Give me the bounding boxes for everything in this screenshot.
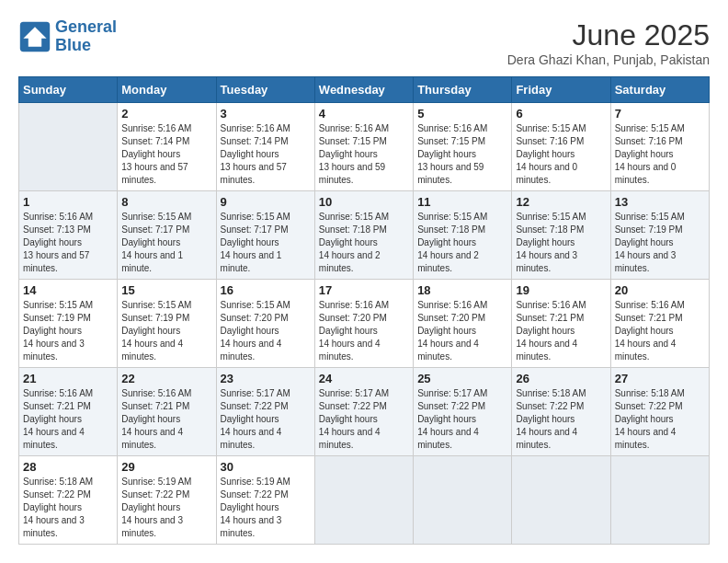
col-saturday: Saturday — [610, 77, 709, 103]
cell-info: Sunrise: 5:17 AMSunset: 7:22 PMDaylight … — [417, 388, 487, 450]
cell-info: Sunrise: 5:19 AMSunset: 7:22 PMDaylight … — [221, 477, 290, 538]
day-number: 25 — [417, 372, 507, 385]
table-cell: 26 Sunrise: 5:18 AMSunset: 7:22 PMDaylig… — [512, 368, 610, 456]
cell-info: Sunrise: 5:18 AMSunset: 7:22 PMDaylight … — [23, 477, 93, 538]
col-tuesday: Tuesday — [216, 77, 314, 103]
calendar-table: Sunday Monday Tuesday Wednesday Thursday… — [18, 76, 710, 545]
day-number: 5 — [417, 107, 507, 121]
table-cell: 6 Sunrise: 5:15 AMSunset: 7:16 PMDayligh… — [512, 103, 610, 191]
cell-info: Sunrise: 5:16 AMSunset: 7:15 PMDaylight … — [319, 123, 389, 185]
day-number: 4 — [319, 107, 409, 121]
day-number: 10 — [319, 195, 409, 209]
day-number: 27 — [615, 372, 705, 385]
day-number: 21 — [23, 372, 113, 385]
table-cell: 11 Sunrise: 5:15 AMSunset: 7:18 PMDaylig… — [414, 191, 512, 280]
month-title: June 2025 — [507, 18, 710, 52]
table-cell: 30 Sunrise: 5:19 AMSunset: 7:22 PMDaylig… — [216, 456, 314, 545]
day-number: 2 — [121, 107, 211, 121]
day-number: 26 — [516, 372, 606, 385]
table-cell: 16 Sunrise: 5:15 AMSunset: 7:20 PMDaylig… — [216, 280, 314, 368]
table-cell: 1 Sunrise: 5:16 AMSunset: 7:13 PMDayligh… — [19, 191, 118, 280]
day-number: 7 — [615, 107, 705, 121]
day-number: 18 — [417, 283, 507, 297]
cell-info: Sunrise: 5:19 AMSunset: 7:22 PMDaylight … — [121, 477, 191, 538]
cell-info: Sunrise: 5:16 AMSunset: 7:14 PMDaylight … — [121, 123, 191, 185]
cell-info: Sunrise: 5:16 AMSunset: 7:14 PMDaylight … — [221, 123, 290, 185]
table-cell — [610, 456, 709, 545]
col-thursday: Thursday — [414, 77, 512, 103]
table-cell: 9 Sunrise: 5:15 AMSunset: 7:17 PMDayligh… — [216, 191, 314, 280]
cell-info: Sunrise: 5:15 AMSunset: 7:19 PMDaylight … — [121, 300, 191, 362]
cell-info: Sunrise: 5:16 AMSunset: 7:13 PMDaylight … — [23, 212, 93, 273]
cell-info: Sunrise: 5:16 AMSunset: 7:21 PMDaylight … — [516, 300, 586, 362]
day-number: 29 — [121, 460, 211, 474]
day-number: 17 — [319, 283, 409, 297]
day-number: 11 — [417, 195, 507, 209]
table-cell: 27 Sunrise: 5:18 AMSunset: 7:22 PMDaylig… — [610, 368, 709, 456]
table-cell: 21 Sunrise: 5:16 AMSunset: 7:21 PMDaylig… — [19, 368, 118, 456]
col-sunday: Sunday — [19, 77, 118, 103]
cell-info: Sunrise: 5:17 AMSunset: 7:22 PMDaylight … — [221, 388, 290, 450]
cell-info: Sunrise: 5:15 AMSunset: 7:18 PMDaylight … — [417, 212, 487, 273]
day-number: 15 — [121, 283, 211, 297]
table-cell: 22 Sunrise: 5:16 AMSunset: 7:21 PMDaylig… — [118, 368, 216, 456]
table-cell: 20 Sunrise: 5:16 AMSunset: 7:21 PMDaylig… — [610, 280, 709, 368]
table-cell: 19 Sunrise: 5:16 AMSunset: 7:21 PMDaylig… — [512, 280, 610, 368]
col-wednesday: Wednesday — [314, 77, 413, 103]
cell-info: Sunrise: 5:15 AMSunset: 7:16 PMDaylight … — [615, 123, 685, 185]
day-number: 30 — [221, 460, 311, 474]
table-cell: 8 Sunrise: 5:15 AMSunset: 7:17 PMDayligh… — [118, 191, 216, 280]
cell-info: Sunrise: 5:16 AMSunset: 7:21 PMDaylight … — [23, 388, 93, 450]
day-number: 8 — [121, 195, 211, 209]
cell-info: Sunrise: 5:17 AMSunset: 7:22 PMDaylight … — [319, 388, 389, 450]
table-cell: 25 Sunrise: 5:17 AMSunset: 7:22 PMDaylig… — [414, 368, 512, 456]
cell-info: Sunrise: 5:15 AMSunset: 7:20 PMDaylight … — [221, 300, 290, 362]
day-number: 28 — [23, 460, 113, 474]
col-friday: Friday — [512, 77, 610, 103]
day-number: 23 — [221, 372, 311, 385]
table-cell: 13 Sunrise: 5:15 AMSunset: 7:19 PMDaylig… — [610, 191, 709, 280]
day-number: 16 — [221, 283, 311, 297]
cell-info: Sunrise: 5:15 AMSunset: 7:18 PMDaylight … — [319, 212, 389, 273]
logo: General Blue — [18, 18, 117, 55]
day-number: 14 — [23, 283, 113, 297]
table-cell: 15 Sunrise: 5:15 AMSunset: 7:19 PMDaylig… — [118, 280, 216, 368]
day-number: 22 — [121, 372, 211, 385]
table-cell: 14 Sunrise: 5:15 AMSunset: 7:19 PMDaylig… — [19, 280, 118, 368]
day-number: 13 — [615, 195, 705, 209]
cell-info: Sunrise: 5:18 AMSunset: 7:22 PMDaylight … — [615, 388, 685, 450]
day-number: 20 — [615, 283, 705, 297]
cell-info: Sunrise: 5:16 AMSunset: 7:15 PMDaylight … — [417, 123, 487, 185]
cell-info: Sunrise: 5:15 AMSunset: 7:17 PMDaylight … — [221, 212, 290, 273]
table-cell: 5 Sunrise: 5:16 AMSunset: 7:15 PMDayligh… — [414, 103, 512, 191]
table-cell: 4 Sunrise: 5:16 AMSunset: 7:15 PMDayligh… — [314, 103, 413, 191]
table-cell: 28 Sunrise: 5:18 AMSunset: 7:22 PMDaylig… — [19, 456, 118, 545]
table-cell — [512, 456, 610, 545]
day-number: 12 — [516, 195, 606, 209]
cell-info: Sunrise: 5:15 AMSunset: 7:18 PMDaylight … — [516, 212, 586, 273]
cell-info: Sunrise: 5:15 AMSunset: 7:19 PMDaylight … — [23, 300, 93, 362]
table-cell: 3 Sunrise: 5:16 AMSunset: 7:14 PMDayligh… — [216, 103, 314, 191]
header-row: Sunday Monday Tuesday Wednesday Thursday… — [19, 77, 710, 103]
table-cell: 24 Sunrise: 5:17 AMSunset: 7:22 PMDaylig… — [314, 368, 413, 456]
table-cell: 17 Sunrise: 5:16 AMSunset: 7:20 PMDaylig… — [314, 280, 413, 368]
title-block: June 2025 Dera Ghazi Khan, Punjab, Pakis… — [507, 18, 710, 67]
col-monday: Monday — [118, 77, 216, 103]
day-number: 24 — [319, 372, 409, 385]
location-subtitle: Dera Ghazi Khan, Punjab, Pakistan — [507, 52, 710, 67]
cell-info: Sunrise: 5:16 AMSunset: 7:20 PMDaylight … — [417, 300, 487, 362]
cell-info: Sunrise: 5:15 AMSunset: 7:17 PMDaylight … — [121, 212, 191, 273]
cell-info: Sunrise: 5:16 AMSunset: 7:21 PMDaylight … — [615, 300, 685, 362]
day-number: 9 — [221, 195, 311, 209]
cell-info: Sunrise: 5:15 AMSunset: 7:16 PMDaylight … — [516, 123, 586, 185]
cell-info: Sunrise: 5:16 AMSunset: 7:21 PMDaylight … — [121, 388, 191, 450]
table-cell: 23 Sunrise: 5:17 AMSunset: 7:22 PMDaylig… — [216, 368, 314, 456]
table-cell — [314, 456, 413, 545]
cell-info: Sunrise: 5:16 AMSunset: 7:20 PMDaylight … — [319, 300, 389, 362]
table-cell: 2 Sunrise: 5:16 AMSunset: 7:14 PMDayligh… — [118, 103, 216, 191]
cell-info: Sunrise: 5:15 AMSunset: 7:19 PMDaylight … — [615, 212, 685, 273]
table-cell: 12 Sunrise: 5:15 AMSunset: 7:18 PMDaylig… — [512, 191, 610, 280]
day-number: 1 — [23, 195, 113, 209]
table-cell: 10 Sunrise: 5:15 AMSunset: 7:18 PMDaylig… — [314, 191, 413, 280]
logo-text: General Blue — [55, 18, 117, 55]
